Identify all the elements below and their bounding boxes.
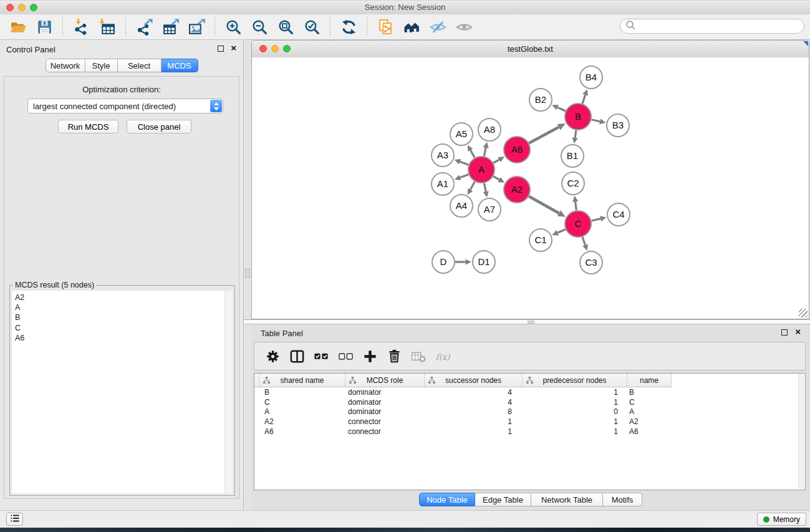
zoom-out-button[interactable] [250, 17, 269, 36]
detach-corner-icon[interactable] [803, 41, 808, 46]
delete-column-button[interactable] [386, 348, 402, 364]
hide-selected-button[interactable] [428, 17, 447, 36]
search-input[interactable] [636, 21, 799, 32]
edge-A-A2[interactable] [493, 177, 499, 180]
result-list-scrollbar[interactable] [224, 291, 233, 493]
home-view-button[interactable] [402, 17, 421, 36]
close-panel-icon[interactable]: × [795, 327, 801, 336]
edge-arrowhead [600, 216, 606, 221]
add-column-icon [362, 349, 378, 364]
vertical-splitter[interactable] [244, 40, 251, 510]
edge-B-B4[interactable] [582, 95, 586, 104]
network-from-file-button[interactable] [376, 17, 395, 36]
tab-network[interactable]: Network [46, 59, 85, 72]
export-image-button[interactable] [187, 17, 206, 36]
float-panel-icon[interactable] [218, 46, 224, 52]
column-header-shared-name[interactable]: shared name [259, 374, 345, 387]
zoom-fit-button[interactable] [276, 17, 295, 36]
gear-button[interactable] [264, 348, 281, 364]
tab-mcds[interactable]: MCDS [162, 59, 198, 72]
node-label-B2: B2 [535, 94, 546, 105]
float-panel-icon[interactable] [781, 329, 788, 336]
deselect-all-button[interactable] [337, 348, 354, 364]
tab-network-table[interactable]: Network Table [531, 493, 603, 506]
edge-arrowhead [483, 191, 489, 197]
column-header-MCDS-role[interactable]: MCDS role [345, 374, 425, 387]
edge-B-B2[interactable] [557, 107, 566, 111]
import-table-button[interactable] [98, 17, 117, 36]
column-header-successor-nodes[interactable]: successor nodes [425, 374, 523, 387]
toolbar-separator [215, 17, 215, 37]
close-panel-button[interactable]: Close panel [127, 120, 191, 133]
network-canvas[interactable]: B4B2BB3A5A8A6B1A3AC2A1A2A4A7C4CC1C3DD1 [252, 57, 809, 319]
table-panel: Table Panel × f(x) shared nameMCDS roles… [251, 324, 810, 510]
add-column-button[interactable] [362, 348, 378, 364]
table-row[interactable]: A6connector11A6 [254, 427, 799, 437]
edge-C-C3[interactable] [582, 237, 585, 245]
select-all-button[interactable] [313, 348, 329, 364]
tab-motifs[interactable]: Motifs [603, 493, 642, 506]
edge-C-C2[interactable] [576, 201, 577, 210]
window-resize-grip[interactable] [799, 309, 808, 317]
network-graph: B4B2BB3A5A8A6B1A3AC2A1A2A4A7C4CC1C3DD1 [252, 57, 809, 319]
node-label-A3: A3 [437, 150, 448, 160]
table-row[interactable]: Cdominator41C [254, 397, 799, 407]
memory-button[interactable]: Memory [757, 513, 806, 526]
edge-C-C1[interactable] [557, 230, 566, 233]
tab-edge-table[interactable]: Edge Table [475, 493, 531, 506]
edge-A-A8[interactable] [484, 148, 486, 157]
column-header-predecessor-nodes[interactable]: predecessor nodes [523, 374, 627, 387]
edge-A-A7[interactable] [484, 183, 486, 192]
table-body: Bdominator41BCdominator41CAdominator80AA… [254, 387, 799, 436]
export-network-button[interactable] [135, 17, 153, 36]
edge-A-A3[interactable] [460, 162, 469, 165]
refresh-button[interactable] [339, 17, 358, 36]
criterion-dropdown[interactable]: largest connected component (directed) [27, 99, 223, 114]
result-list-item[interactable]: B [12, 312, 233, 322]
splitter-grip[interactable] [528, 321, 534, 324]
node-label-A5: A5 [456, 128, 467, 139]
result-list-item[interactable]: A6 [12, 333, 233, 343]
task-history-button[interactable] [6, 513, 23, 526]
edge-C-C4[interactable] [591, 219, 600, 221]
edge-A-A5[interactable] [470, 150, 475, 158]
result-list-item[interactable]: C [12, 323, 233, 333]
result-list-item[interactable]: A2 [12, 291, 233, 302]
cell: connector [345, 417, 425, 426]
tab-select[interactable]: Select [118, 59, 162, 72]
table-scrollbar[interactable] [798, 374, 804, 489]
split-columns-button[interactable] [289, 348, 305, 364]
table-row[interactable]: Adominator80A [254, 407, 799, 417]
column-header-name[interactable]: name [627, 374, 672, 387]
edge-B-B1[interactable] [575, 130, 576, 138]
table-row[interactable]: A2connector11A2 [254, 417, 799, 427]
table-row[interactable]: Bdominator41B [254, 387, 799, 397]
save-button[interactable] [35, 17, 54, 36]
edge-A-A6[interactable] [493, 160, 499, 163]
edge-A2-C[interactable] [529, 196, 559, 213]
import-network-button[interactable] [72, 17, 90, 36]
run-mcds-button[interactable]: Run MCDS [58, 120, 118, 133]
horizontal-splitter[interactable] [244, 319, 810, 324]
zoom-selected-button[interactable] [302, 17, 321, 36]
tab-node-table[interactable]: Node Table [419, 493, 475, 506]
column-header-label: MCDS role [367, 376, 403, 385]
open-file-button[interactable] [9, 17, 27, 36]
edge-A6-B[interactable] [529, 127, 559, 143]
edge-B-B3[interactable] [591, 120, 600, 122]
node-table: shared nameMCDS rolesuccessor nodesprede… [254, 373, 806, 490]
edge-A-A4[interactable] [470, 181, 475, 190]
export-table-button[interactable] [161, 17, 180, 36]
table-panel-title: Table Panel [261, 329, 303, 338]
cell: A [259, 407, 345, 416]
splitter-grip[interactable] [245, 268, 250, 278]
control-panel: Control Panel × NetworkStyleSelectMCDS O… [0, 40, 244, 510]
tab-style[interactable]: Style [85, 59, 118, 72]
close-panel-icon[interactable]: × [231, 44, 236, 52]
result-list-item[interactable]: A [12, 302, 233, 312]
search-box[interactable] [620, 19, 804, 34]
zoom-in-button[interactable] [224, 17, 243, 36]
edge-A-A1[interactable] [460, 175, 469, 178]
node-label-A1: A1 [437, 178, 448, 189]
cell: 1 [523, 427, 627, 436]
